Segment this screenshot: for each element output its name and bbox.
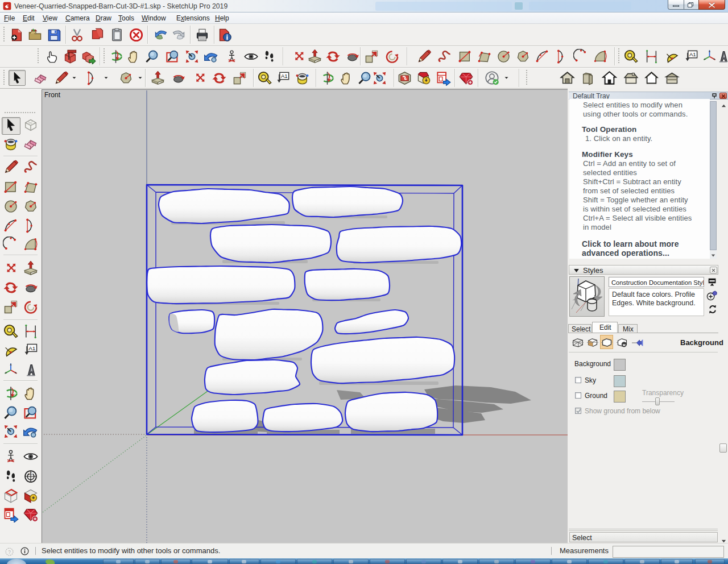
svg-text:A1: A1 — [281, 73, 288, 79]
svg-text:C: C — [30, 472, 32, 475]
svg-text:?: ? — [8, 550, 11, 555]
svg-text:A1: A1 — [689, 51, 696, 57]
svg-text:A1: A1 — [28, 345, 36, 351]
